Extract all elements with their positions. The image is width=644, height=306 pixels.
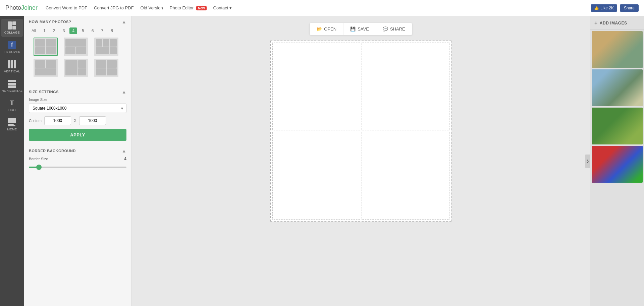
layout-thumb-1[interactable] [34,38,58,56]
horizontal-icon [8,80,16,88]
layout-thumb-4[interactable] [34,59,58,77]
layout-thumb-6[interactable] [94,59,118,77]
tool-fb-cover[interactable]: f FB COVER [1,38,23,56]
new-badge: New [196,6,207,10]
collage-cell-2[interactable] [362,43,449,130]
collage-icon [8,21,16,29]
share-toolbar-button[interactable]: 💬 SHARE [376,23,412,35]
border-bg-title: BORDER BACKGROUND [29,149,76,153]
meme-icon [8,118,16,126]
photo-count-header: HOW MANY PHOTOS? ▲ [24,16,131,27]
count-tab-6[interactable]: 6 [89,27,97,34]
count-tab-7[interactable]: 7 [98,27,106,34]
size-settings-collapse[interactable]: ▲ [122,89,126,94]
photo-count-collapse[interactable]: ▲ [122,19,126,24]
nav-right: 👍 Like 2K Share [591,4,639,12]
tool-horizontal-label: HORIZONTAL [2,89,22,93]
collage-cell-4[interactable] [362,132,449,220]
count-tab-1[interactable]: 1 [41,27,48,34]
share-button[interactable]: Share [620,4,639,12]
count-tab-all[interactable]: All [29,27,39,34]
nav-links: Convert Word to PDF Convert JPG to PDF O… [46,5,583,10]
top-navigation: Photo Joiner Convert Word to PDF Convert… [0,0,644,16]
add-images-label: ADD IMAGES [600,21,627,25]
tool-text-label: TEXT [8,108,16,112]
custom-height-input[interactable] [79,116,106,125]
layout-thumb-5[interactable] [64,59,88,77]
tool-meme-label: MEME [7,128,17,131]
settings-panel: HOW MANY PHOTOS? ▲ All 1 2 3 4 5 6 7 8 [24,16,131,306]
image-thumb-4[interactable] [592,146,643,183]
toolbar-float: 📂 OPEN 💾 SAVE 💬 SHARE [310,23,412,35]
tool-vertical[interactable]: VERTICAL [1,58,23,76]
brand-joiner: Joiner [21,4,38,11]
tool-sidebar: COLLAGE f FB COVER VERTICAL HORIZONTAL T… [0,16,24,306]
fb-icon: f [8,41,16,49]
save-button[interactable]: 💾 SAVE [343,23,376,35]
right-panel-toggle[interactable]: ❯ [585,155,590,168]
border-size-value: 4 [124,157,126,161]
tool-vertical-label: VERTICAL [4,70,20,73]
tool-horizontal[interactable]: HORIZONTAL [1,77,23,95]
tool-fb-label: FB COVER [4,50,20,54]
layout-grid [29,38,126,82]
collage-canvas [270,41,451,222]
custom-size-row: Custom X [29,116,126,125]
photo-count-title: HOW MANY PHOTOS? [29,20,71,24]
image-size-label: Image Size [29,98,126,102]
open-icon: 📂 [317,26,322,32]
border-bg-collapse[interactable]: ▲ [122,148,126,153]
share-icon: 💬 [383,26,388,32]
open-button[interactable]: 📂 OPEN [310,23,343,35]
layout-thumb-3[interactable] [94,38,118,56]
count-tab-2[interactable]: 2 [50,27,58,34]
vertical-icon [8,60,16,68]
nav-old-version[interactable]: Old Version [141,5,163,10]
count-tabs: All 1 2 3 4 5 6 7 8 [29,27,126,34]
size-settings-section: Image Size Square 1000x1000 Landscape 12… [24,98,131,145]
image-thumb-3[interactable] [592,108,643,144]
collage-cell-1[interactable] [272,43,360,130]
size-select-wrap: Square 1000x1000 Landscape 1200x800 Port… [29,104,126,113]
brand-logo[interactable]: Photo Joiner [5,4,38,11]
right-sidebar: ❯ + ADD IMAGES [590,16,644,306]
border-bg-header: BORDER BACKGROUND ▲ [24,145,131,157]
tool-text[interactable]: T TEXT [1,97,23,114]
nav-convert-word[interactable]: Convert Word to PDF [46,5,87,10]
brand-photo: Photo [5,4,21,11]
count-tab-8[interactable]: 8 [108,27,116,34]
add-images-header[interactable]: + ADD IMAGES [590,16,644,30]
x-separator: X [74,118,76,123]
plus-icon: + [594,20,598,26]
nav-photo-editor[interactable]: Photo Editor New [170,5,207,10]
image-thumb-2[interactable] [592,69,643,106]
images-list [590,30,644,306]
custom-width-input[interactable] [44,116,71,125]
border-size-slider[interactable] [29,167,126,168]
save-icon: 💾 [350,26,356,32]
main-layout: COLLAGE f FB COVER VERTICAL HORIZONTAL T… [0,16,644,306]
tool-collage-label: COLLAGE [4,31,20,34]
nav-convert-jpg[interactable]: Convert JPG to PDF [94,5,133,10]
collage-cell-3[interactable] [272,132,360,220]
like-button[interactable]: 👍 Like 2K [591,4,617,12]
photo-count-section: All 1 2 3 4 5 6 7 8 [24,27,131,86]
image-thumb-1[interactable] [592,31,643,68]
count-tab-4[interactable]: 4 [69,27,77,34]
canvas-area: 📂 OPEN 💾 SAVE 💬 SHARE [131,16,590,306]
tool-meme[interactable]: MEME [1,116,23,134]
count-tab-5[interactable]: 5 [79,27,87,34]
nav-contact[interactable]: Contact ▾ [213,5,232,10]
size-select[interactable]: Square 1000x1000 Landscape 1200x800 Port… [29,104,126,113]
border-section: Border Size 4 [24,157,131,173]
border-size-label: Border Size [29,157,48,161]
text-icon: T [10,99,14,107]
size-settings-title: SIZE SETTINGS [29,90,59,94]
apply-button[interactable]: APPLY [29,129,126,141]
custom-label: Custom [29,119,42,123]
size-settings-header: SIZE SETTINGS ▲ [24,86,131,98]
tool-collage[interactable]: COLLAGE [1,19,23,37]
count-tab-3[interactable]: 3 [60,27,68,34]
border-size-row: Border Size 4 [29,157,126,161]
layout-thumb-2[interactable] [64,38,88,56]
